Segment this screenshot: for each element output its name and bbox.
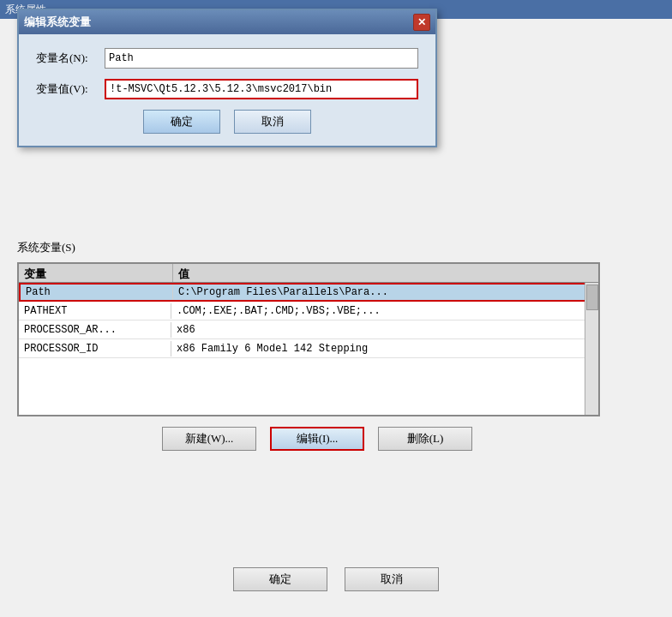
row-name-3: PROCESSOR_ID bbox=[19, 341, 171, 356]
edit-dialog-buttons: 确定 取消 bbox=[36, 110, 418, 134]
edit-confirm-button[interactable]: 确定 bbox=[143, 110, 220, 134]
col-header-value: 值 bbox=[173, 264, 598, 282]
row-name-0: Path bbox=[21, 285, 173, 300]
new-button[interactable]: 新建(W)... bbox=[162, 427, 256, 451]
row-value-2: x86 bbox=[171, 322, 598, 338]
edit-cancel-button[interactable]: 取消 bbox=[234, 110, 311, 134]
edit-dialog-title: 编辑系统变量 bbox=[24, 15, 91, 30]
bottom-bar: 确定 取消 bbox=[0, 567, 672, 591]
row-value-0: C:\Program Files\Parallels\Para... bbox=[173, 285, 597, 300]
row-value-3: x86 Family 6 Model 142 Stepping bbox=[171, 341, 598, 356]
system-vars-table: 变量 值 Path C:\Program Files\Parallels\Par… bbox=[17, 262, 600, 416]
close-button[interactable]: ✕ bbox=[413, 14, 430, 31]
edit-dialog-body: 变量名(N): 变量值(V): 确定 取消 bbox=[19, 34, 435, 146]
var-name-row: 变量名(N): bbox=[36, 48, 418, 69]
scrollbar-thumb[interactable] bbox=[586, 285, 598, 310]
edit-dialog-titlebar: 编辑系统变量 ✕ bbox=[19, 10, 435, 34]
delete-button[interactable]: 删除(L) bbox=[378, 427, 472, 451]
edit-button[interactable]: 编辑(I)... bbox=[270, 427, 364, 451]
var-value-row: 变量值(V): bbox=[36, 79, 418, 99]
row-value-1: .COM;.EXE;.BAT;.CMD;.VBS;.VBE;... bbox=[171, 303, 598, 319]
bottom-cancel-button[interactable]: 取消 bbox=[345, 567, 439, 591]
var-name-input[interactable] bbox=[105, 48, 418, 69]
table-row[interactable]: PATHEXT .COM;.EXE;.BAT;.CMD;.VBS;.VBE;..… bbox=[19, 302, 598, 320]
var-value-label: 变量值(V): bbox=[36, 81, 105, 97]
var-value-input[interactable] bbox=[105, 79, 418, 99]
table-body[interactable]: Path C:\Program Files\Parallels\Para... … bbox=[19, 283, 598, 415]
table-row[interactable]: PROCESSOR_AR... x86 bbox=[19, 320, 598, 339]
row-name-1: PATHEXT bbox=[19, 303, 171, 319]
col-header-name: 变量 bbox=[19, 264, 173, 282]
row-name-2: PROCESSOR_AR... bbox=[19, 322, 171, 338]
table-action-buttons: 新建(W)... 编辑(I)... 删除(L) bbox=[17, 427, 617, 451]
bottom-confirm-button[interactable]: 确定 bbox=[233, 567, 327, 591]
table-row[interactable]: PROCESSOR_ID x86 Family 6 Model 142 Step… bbox=[19, 339, 598, 358]
system-vars-section: 系统变量(S) 变量 值 Path C:\Program Files\Paral… bbox=[17, 240, 617, 451]
section-title: 系统变量(S) bbox=[17, 240, 617, 255]
var-name-label: 变量名(N): bbox=[36, 51, 105, 66]
table-row[interactable]: Path C:\Program Files\Parallels\Para... bbox=[19, 283, 598, 302]
edit-dialog: 编辑系统变量 ✕ 变量名(N): 变量值(V): 确定 取消 bbox=[17, 9, 437, 147]
scrollbar[interactable] bbox=[585, 283, 598, 415]
table-header: 变量 值 bbox=[19, 264, 598, 283]
